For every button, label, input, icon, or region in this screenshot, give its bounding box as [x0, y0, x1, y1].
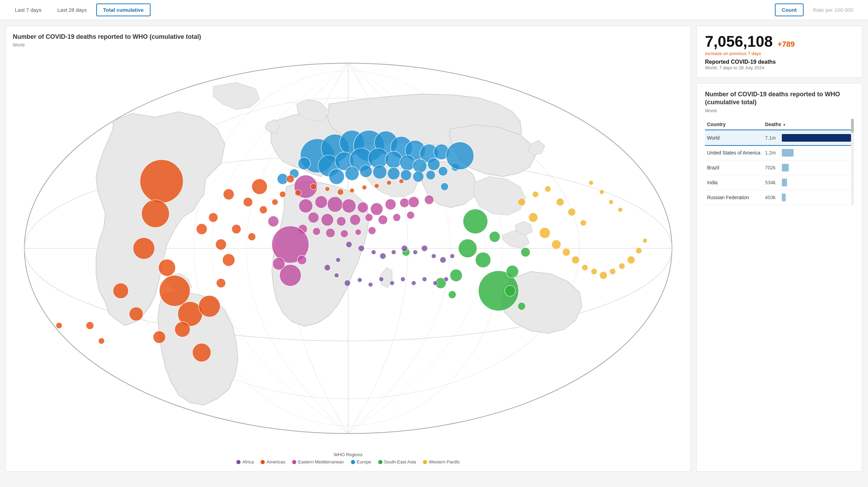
- svg-point-152: [450, 254, 454, 258]
- svg-point-112: [591, 268, 597, 275]
- bar-fill: [782, 179, 787, 186]
- svg-point-88: [408, 197, 419, 207]
- legend-dot: [351, 460, 355, 464]
- legend-label: Western Pacific: [429, 459, 460, 464]
- svg-point-65: [342, 199, 356, 213]
- svg-point-94: [450, 269, 462, 282]
- legend-dot: [236, 460, 241, 464]
- svg-point-43: [385, 151, 402, 168]
- legend-item: Eastern Mediterranean: [292, 459, 344, 464]
- svg-point-51: [388, 168, 400, 180]
- svg-point-141: [399, 179, 404, 184]
- svg-point-86: [273, 258, 285, 270]
- svg-point-50: [373, 165, 387, 179]
- svg-point-93: [459, 239, 477, 258]
- legend-items: AfricaAmericasEastern MediterraneanEurop…: [13, 459, 684, 464]
- svg-point-102: [505, 285, 515, 296]
- svg-point-13: [175, 322, 190, 337]
- bar-value: 403k: [765, 195, 779, 200]
- svg-point-117: [636, 248, 642, 254]
- tab-last7[interactable]: Last 7 days: [8, 3, 48, 16]
- svg-point-8: [133, 238, 155, 259]
- cell-deaths: 1.2m: [763, 145, 854, 160]
- svg-point-134: [310, 184, 317, 190]
- svg-point-137: [350, 188, 354, 193]
- table-card-subtitle: World: [705, 108, 854, 113]
- svg-point-81: [341, 230, 348, 238]
- table-row[interactable]: World 7.1m: [705, 130, 854, 145]
- tab-total[interactable]: Total cumulative: [96, 3, 151, 16]
- svg-point-153: [336, 258, 340, 262]
- right-panel: 7,056,108 +789 increase on previous 7 da…: [696, 26, 862, 472]
- svg-point-79: [313, 228, 320, 235]
- svg-point-89: [425, 195, 434, 205]
- svg-point-106: [528, 213, 538, 222]
- svg-point-80: [326, 229, 335, 238]
- svg-point-129: [243, 197, 253, 207]
- bar-value: 1.2m: [765, 150, 779, 156]
- legend-item: Americas: [261, 459, 285, 464]
- main-content: Number of COVID-19 deaths reported to WH…: [0, 20, 868, 477]
- svg-point-128: [287, 175, 294, 183]
- svg-point-135: [325, 187, 329, 191]
- map-container: [13, 52, 684, 446]
- svg-point-15: [153, 331, 165, 344]
- svg-point-71: [321, 214, 334, 226]
- bar-value: 534k: [765, 180, 779, 185]
- svg-point-110: [572, 256, 579, 264]
- table-row[interactable]: United States of America 1.2m: [705, 145, 854, 160]
- tab-count[interactable]: Count: [775, 3, 804, 16]
- svg-point-57: [441, 183, 448, 191]
- table-row[interactable]: Brazil 702k: [705, 160, 854, 175]
- svg-point-44: [400, 155, 415, 171]
- col-deaths[interactable]: Deaths ▼: [763, 119, 854, 130]
- svg-point-99: [521, 248, 530, 257]
- stat-context: World, 7 days to 28 July 2024: [705, 65, 854, 70]
- legend-dot: [261, 460, 265, 464]
- svg-point-61: [446, 142, 474, 170]
- bar-fill: [782, 149, 794, 157]
- svg-point-83: [368, 227, 376, 234]
- svg-point-142: [346, 241, 352, 248]
- svg-point-138: [362, 185, 367, 190]
- svg-point-163: [422, 277, 427, 282]
- cell-deaths: 7.1m: [763, 130, 854, 145]
- svg-point-22: [232, 224, 241, 234]
- svg-point-53: [413, 171, 424, 182]
- svg-point-125: [599, 190, 604, 194]
- cell-country: Russian Federation: [705, 190, 763, 205]
- svg-point-63: [315, 196, 327, 209]
- svg-point-23: [248, 233, 255, 241]
- svg-point-113: [599, 272, 607, 279]
- svg-point-74: [365, 214, 373, 221]
- map-title: Number of COVID-19 deaths reported to WH…: [13, 33, 684, 41]
- bar-value: 702k: [765, 165, 779, 170]
- svg-point-27: [252, 179, 268, 195]
- svg-point-132: [280, 192, 286, 198]
- bar-fill: [782, 194, 786, 201]
- legend-label: South-East Asia: [384, 459, 416, 464]
- svg-point-72: [337, 217, 346, 226]
- svg-point-77: [407, 211, 414, 219]
- svg-point-105: [518, 198, 525, 206]
- stat-label: Reported COVID-19 deaths: [705, 59, 854, 65]
- tab-last28[interactable]: Last 28 days: [51, 3, 93, 16]
- svg-point-64: [327, 197, 343, 212]
- svg-point-68: [385, 199, 396, 210]
- svg-point-25: [86, 322, 94, 329]
- table-row[interactable]: India 534k: [705, 175, 854, 190]
- tab-rate[interactable]: Rate per 100 000: [806, 3, 860, 16]
- svg-point-47: [329, 169, 344, 185]
- metric-tab-group: Count Rate per 100 000: [775, 3, 860, 16]
- table-row[interactable]: Russian Federation 403k: [705, 190, 854, 205]
- svg-point-19: [209, 213, 218, 222]
- svg-point-75: [378, 215, 388, 225]
- svg-point-143: [358, 246, 364, 252]
- svg-point-116: [627, 256, 635, 264]
- svg-point-162: [412, 281, 416, 285]
- svg-point-136: [337, 189, 344, 195]
- svg-point-139: [374, 184, 379, 188]
- svg-point-21: [223, 254, 235, 266]
- svg-point-92: [463, 209, 488, 234]
- legend-dot: [378, 460, 382, 464]
